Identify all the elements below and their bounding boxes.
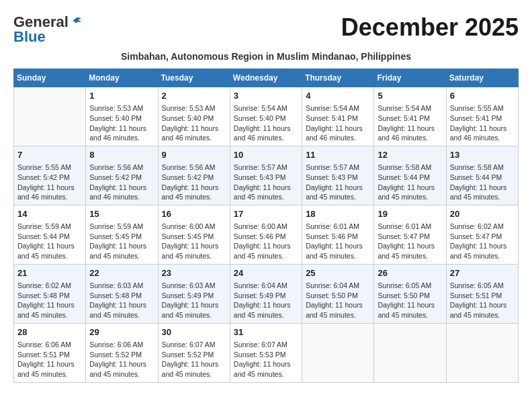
day-info: Sunrise: 5:57 AMSunset: 5:43 PMDaylight:… (306, 163, 370, 202)
calendar-header-row: SundayMondayTuesdayWednesdayThursdayFrid… (14, 69, 519, 87)
day-info: Sunrise: 6:02 AMSunset: 5:48 PMDaylight:… (17, 281, 82, 320)
day-info: Sunrise: 6:03 AMSunset: 5:49 PMDaylight:… (162, 281, 226, 320)
calendar-cell (302, 323, 374, 382)
calendar-cell: 20Sunrise: 6:02 AMSunset: 5:47 PMDayligh… (446, 205, 518, 264)
day-number: 1 (89, 90, 154, 102)
day-info: Sunrise: 5:54 AMSunset: 5:41 PMDaylight:… (306, 103, 370, 143)
month-title: December 2025 (341, 13, 519, 42)
calendar-cell: 12Sunrise: 5:58 AMSunset: 5:44 PMDayligh… (374, 146, 446, 205)
calendar-cell: 6Sunrise: 5:55 AMSunset: 5:41 PMDaylight… (446, 87, 518, 146)
weekday-header: Saturday (446, 69, 518, 87)
day-number: 12 (378, 149, 442, 161)
day-number: 6 (450, 90, 515, 102)
day-info: Sunrise: 5:55 AMSunset: 5:42 PMDaylight:… (17, 163, 82, 202)
day-info: Sunrise: 6:05 AMSunset: 5:50 PMDaylight:… (378, 281, 442, 320)
day-number: 29 (89, 326, 154, 338)
day-number: 30 (162, 326, 226, 338)
day-info: Sunrise: 5:58 AMSunset: 5:44 PMDaylight:… (378, 163, 442, 202)
day-number: 2 (162, 90, 226, 102)
day-number: 16 (162, 208, 226, 220)
day-info: Sunrise: 6:06 AMSunset: 5:52 PMDaylight:… (89, 340, 154, 379)
logo-blue: Blue (13, 28, 46, 46)
calendar-cell (446, 323, 518, 382)
day-number: 11 (306, 149, 370, 161)
day-info: Sunrise: 6:04 AMSunset: 5:49 PMDaylight:… (234, 281, 298, 320)
calendar-cell: 5Sunrise: 5:54 AMSunset: 5:41 PMDaylight… (374, 87, 446, 146)
day-info: Sunrise: 5:56 AMSunset: 5:42 PMDaylight:… (89, 163, 154, 202)
calendar-cell (14, 87, 86, 146)
day-info: Sunrise: 6:07 AMSunset: 5:53 PMDaylight:… (234, 340, 298, 379)
calendar-week-row: 1Sunrise: 5:53 AMSunset: 5:40 PMDaylight… (14, 87, 519, 146)
calendar-week-row: 7Sunrise: 5:55 AMSunset: 5:42 PMDaylight… (14, 146, 519, 205)
day-info: Sunrise: 5:59 AMSunset: 5:44 PMDaylight:… (17, 222, 82, 261)
day-info: Sunrise: 6:04 AMSunset: 5:50 PMDaylight:… (306, 281, 370, 320)
day-info: Sunrise: 6:03 AMSunset: 5:48 PMDaylight:… (89, 281, 154, 320)
day-info: Sunrise: 6:07 AMSunset: 5:52 PMDaylight:… (162, 340, 226, 379)
logo-bird-icon (69, 15, 83, 29)
calendar-cell: 17Sunrise: 6:00 AMSunset: 5:46 PMDayligh… (230, 205, 302, 264)
day-info: Sunrise: 5:58 AMSunset: 5:44 PMDaylight:… (450, 163, 515, 202)
calendar-cell: 10Sunrise: 5:57 AMSunset: 5:43 PMDayligh… (230, 146, 302, 205)
day-number: 27 (450, 267, 515, 279)
day-number: 10 (234, 149, 298, 161)
day-number: 7 (17, 149, 82, 161)
calendar-cell: 13Sunrise: 5:58 AMSunset: 5:44 PMDayligh… (446, 146, 518, 205)
day-number: 21 (17, 267, 82, 279)
calendar-cell: 26Sunrise: 6:05 AMSunset: 5:50 PMDayligh… (374, 264, 446, 323)
day-number: 17 (234, 208, 298, 220)
day-number: 20 (450, 208, 515, 220)
day-number: 14 (17, 208, 82, 220)
day-info: Sunrise: 6:00 AMSunset: 5:46 PMDaylight:… (234, 222, 298, 261)
day-number: 8 (89, 149, 154, 161)
weekday-header: Friday (374, 69, 446, 87)
day-number: 5 (378, 90, 442, 102)
day-number: 9 (162, 149, 226, 161)
day-number: 28 (17, 326, 82, 338)
weekday-header: Thursday (302, 69, 374, 87)
day-info: Sunrise: 6:05 AMSunset: 5:51 PMDaylight:… (450, 281, 515, 320)
calendar-cell: 9Sunrise: 5:56 AMSunset: 5:42 PMDaylight… (158, 146, 230, 205)
calendar-cell: 21Sunrise: 6:02 AMSunset: 5:48 PMDayligh… (14, 264, 86, 323)
day-number: 26 (378, 267, 442, 279)
calendar-cell: 7Sunrise: 5:55 AMSunset: 5:42 PMDaylight… (14, 146, 86, 205)
day-info: Sunrise: 6:01 AMSunset: 5:46 PMDaylight:… (306, 222, 370, 261)
calendar-week-row: 14Sunrise: 5:59 AMSunset: 5:44 PMDayligh… (14, 205, 519, 264)
calendar-cell: 23Sunrise: 6:03 AMSunset: 5:49 PMDayligh… (158, 264, 230, 323)
calendar-cell: 8Sunrise: 5:56 AMSunset: 5:42 PMDaylight… (86, 146, 158, 205)
day-number: 15 (89, 208, 154, 220)
calendar-cell: 30Sunrise: 6:07 AMSunset: 5:52 PMDayligh… (158, 323, 230, 382)
day-number: 19 (378, 208, 442, 220)
day-info: Sunrise: 5:56 AMSunset: 5:42 PMDaylight:… (162, 163, 226, 202)
day-number: 18 (306, 208, 370, 220)
day-number: 25 (306, 267, 370, 279)
subtitle: Simbahan, Autonomous Region in Muslim Mi… (13, 51, 519, 62)
calendar-week-row: 21Sunrise: 6:02 AMSunset: 5:48 PMDayligh… (14, 264, 519, 323)
calendar-cell: 4Sunrise: 5:54 AMSunset: 5:41 PMDaylight… (302, 87, 374, 146)
calendar-week-row: 28Sunrise: 6:06 AMSunset: 5:51 PMDayligh… (14, 323, 519, 382)
calendar-cell: 22Sunrise: 6:03 AMSunset: 5:48 PMDayligh… (86, 264, 158, 323)
day-number: 22 (89, 267, 154, 279)
day-info: Sunrise: 5:57 AMSunset: 5:43 PMDaylight:… (234, 163, 298, 202)
weekday-header: Sunday (14, 69, 86, 87)
calendar-cell: 15Sunrise: 5:59 AMSunset: 5:45 PMDayligh… (86, 205, 158, 264)
calendar-cell: 27Sunrise: 6:05 AMSunset: 5:51 PMDayligh… (446, 264, 518, 323)
weekday-header: Tuesday (158, 69, 230, 87)
day-info: Sunrise: 5:53 AMSunset: 5:40 PMDaylight:… (89, 103, 154, 143)
calendar-cell: 25Sunrise: 6:04 AMSunset: 5:50 PMDayligh… (302, 264, 374, 323)
day-info: Sunrise: 5:53 AMSunset: 5:40 PMDaylight:… (162, 103, 226, 143)
day-number: 3 (234, 90, 298, 102)
calendar-cell: 11Sunrise: 5:57 AMSunset: 5:43 PMDayligh… (302, 146, 374, 205)
day-info: Sunrise: 5:54 AMSunset: 5:41 PMDaylight:… (378, 103, 442, 143)
day-number: 24 (234, 267, 298, 279)
weekday-header: Monday (86, 69, 158, 87)
page-header: General Blue December 2025 (13, 13, 519, 46)
day-info: Sunrise: 6:06 AMSunset: 5:51 PMDaylight:… (17, 340, 82, 379)
calendar-cell: 29Sunrise: 6:06 AMSunset: 5:52 PMDayligh… (86, 323, 158, 382)
day-info: Sunrise: 5:54 AMSunset: 5:40 PMDaylight:… (234, 103, 298, 143)
calendar-table: SundayMondayTuesdayWednesdayThursdayFrid… (13, 68, 519, 383)
day-number: 4 (306, 90, 370, 102)
calendar-cell: 18Sunrise: 6:01 AMSunset: 5:46 PMDayligh… (302, 205, 374, 264)
day-number: 13 (450, 149, 515, 161)
day-info: Sunrise: 6:02 AMSunset: 5:47 PMDaylight:… (450, 222, 515, 261)
day-info: Sunrise: 6:00 AMSunset: 5:45 PMDaylight:… (162, 222, 226, 261)
